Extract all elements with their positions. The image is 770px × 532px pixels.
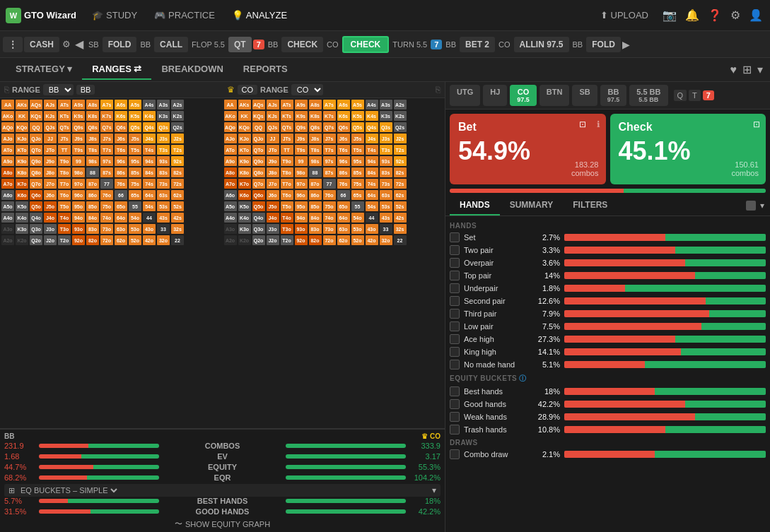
- poker-cell[interactable]: AKo: [223, 110, 238, 122]
- poker-cell[interactable]: 54o: [128, 212, 142, 223]
- poker-cell[interactable]: K9o: [238, 155, 252, 167]
- poker-cell[interactable]: K4o: [15, 212, 29, 223]
- poker-cell[interactable]: 62s: [170, 189, 185, 201]
- poker-cell[interactable]: AJo: [1, 133, 15, 144]
- user-icon[interactable]: 👤: [747, 7, 764, 23]
- poker-cell[interactable]: 77: [322, 178, 337, 189]
- pos-55bb[interactable]: 5.5 BB 5.5 BB: [629, 85, 667, 106]
- poker-cell[interactable]: 95s: [351, 155, 365, 167]
- poker-cell[interactable]: K4o: [238, 212, 252, 223]
- poker-cell[interactable]: Q3s: [156, 122, 170, 133]
- poker-cell[interactable]: 83o: [308, 223, 322, 235]
- poker-cell[interactable]: Q6s: [337, 122, 351, 133]
- poker-cell[interactable]: T5o: [57, 201, 71, 212]
- poker-cell[interactable]: 65s: [351, 189, 365, 201]
- poker-cell[interactable]: 64o: [114, 212, 128, 223]
- poker-cell[interactable]: K8s: [308, 110, 322, 122]
- poker-cell[interactable]: T8s: [86, 144, 100, 155]
- poker-cell[interactable]: J3o: [43, 223, 57, 235]
- poker-cell[interactable]: A7o: [1, 178, 15, 189]
- poker-cell[interactable]: QTo: [252, 144, 266, 155]
- poker-cell[interactable]: 99: [71, 155, 86, 167]
- poker-cell[interactable]: J9o: [43, 155, 57, 167]
- poker-cell[interactable]: KQo: [238, 122, 252, 133]
- poker-cell[interactable]: JJ: [43, 133, 57, 144]
- hands-tab-summary[interactable]: SUMMARY: [500, 196, 564, 215]
- poker-cell[interactable]: 66: [337, 189, 351, 201]
- poker-cell[interactable]: 63s: [379, 189, 393, 201]
- poker-cell[interactable]: T4o: [280, 212, 294, 223]
- poker-cell[interactable]: 93s: [379, 155, 393, 167]
- poker-cell[interactable]: Q2o: [252, 235, 266, 246]
- poker-cell[interactable]: Q6o: [252, 189, 266, 201]
- poker-cell[interactable]: 52o: [128, 235, 142, 246]
- poker-cell[interactable]: T6o: [280, 189, 294, 201]
- poker-cell[interactable]: K3s: [379, 110, 393, 122]
- hand-checkbox[interactable]: [450, 271, 460, 280]
- settings-icon[interactable]: ⚙: [729, 7, 742, 23]
- pos-hj[interactable]: HJ: [483, 85, 507, 106]
- poker-cell[interactable]: J7o: [43, 178, 57, 189]
- poker-cell[interactable]: KJs: [266, 110, 280, 122]
- poker-cell[interactable]: 95s: [128, 155, 142, 167]
- poker-cell[interactable]: J8s: [86, 133, 100, 144]
- poker-cell[interactable]: J5o: [43, 201, 57, 212]
- poker-cell[interactable]: T6s: [337, 144, 351, 155]
- poker-cell[interactable]: 76o: [322, 189, 337, 201]
- poker-cell[interactable]: A9o: [223, 155, 238, 167]
- poker-cell[interactable]: 83s: [379, 167, 393, 178]
- poker-cell[interactable]: 75s: [128, 178, 142, 189]
- poker-cell[interactable]: 92s: [393, 155, 407, 167]
- poker-cell[interactable]: K2s: [170, 110, 185, 122]
- poker-cell[interactable]: KK: [238, 110, 252, 122]
- poker-cell[interactable]: A6s: [337, 99, 351, 110]
- poker-cell[interactable]: QTs: [280, 122, 294, 133]
- co-copy-icon[interactable]: ⎘: [436, 85, 441, 95]
- poker-cell[interactable]: Q6o: [29, 189, 43, 201]
- nav-study[interactable]: 🎓 STUDY: [85, 7, 144, 23]
- poker-cell[interactable]: T8o: [280, 167, 294, 178]
- poker-cell[interactable]: 84o: [308, 212, 322, 223]
- poker-cell[interactable]: K6s: [337, 110, 351, 122]
- poker-cell[interactable]: 98s: [86, 155, 100, 167]
- poker-cell[interactable]: 42s: [393, 212, 407, 223]
- poker-cell[interactable]: 92s: [170, 155, 185, 167]
- poker-cell[interactable]: A9s: [294, 99, 308, 110]
- poker-cell[interactable]: T9o: [57, 155, 71, 167]
- poker-cell[interactable]: 22: [393, 235, 407, 246]
- poker-cell[interactable]: K9s: [294, 110, 308, 122]
- pos-btn[interactable]: BTN: [539, 85, 570, 106]
- check-button-1[interactable]: CHECK: [281, 37, 323, 52]
- poker-cell[interactable]: K7o: [15, 178, 29, 189]
- qt-button[interactable]: QT: [228, 37, 252, 52]
- poker-cell[interactable]: Q8s: [308, 122, 322, 133]
- poker-cell[interactable]: KQs: [29, 110, 43, 122]
- poker-cell[interactable]: 93o: [71, 223, 86, 235]
- poker-cell[interactable]: A4o: [1, 212, 15, 223]
- poker-cell[interactable]: 85s: [351, 167, 365, 178]
- poker-cell[interactable]: 42o: [142, 235, 156, 246]
- poker-cell[interactable]: J3o: [266, 223, 280, 235]
- poker-cell[interactable]: J2o: [43, 235, 57, 246]
- pos-utg[interactable]: UTG: [450, 85, 480, 106]
- hand-checkbox[interactable]: [450, 309, 460, 319]
- poker-cell[interactable]: 97s: [322, 155, 337, 167]
- poker-cell[interactable]: J8o: [43, 167, 57, 178]
- poker-cell[interactable]: A3s: [156, 99, 170, 110]
- poker-cell[interactable]: 98s: [308, 155, 322, 167]
- poker-cell[interactable]: T3s: [156, 144, 170, 155]
- poker-cell[interactable]: 94s: [365, 155, 379, 167]
- poker-cell[interactable]: TT: [57, 144, 71, 155]
- poker-cell[interactable]: 73o: [100, 223, 114, 235]
- subnav-ranges[interactable]: RANGES ⇄: [82, 59, 151, 80]
- bet-info-icon[interactable]: ℹ: [597, 119, 600, 129]
- poker-cell[interactable]: ATs: [280, 99, 294, 110]
- poker-cell[interactable]: KTo: [238, 144, 252, 155]
- poker-cell[interactable]: J2o: [266, 235, 280, 246]
- poker-cell[interactable]: QJs: [266, 122, 280, 133]
- poker-cell[interactable]: K9o: [15, 155, 29, 167]
- poker-cell[interactable]: J7s: [100, 133, 114, 144]
- poker-cell[interactable]: A3o: [223, 223, 238, 235]
- poker-cell[interactable]: 87s: [322, 167, 337, 178]
- poker-cell[interactable]: K3o: [15, 223, 29, 235]
